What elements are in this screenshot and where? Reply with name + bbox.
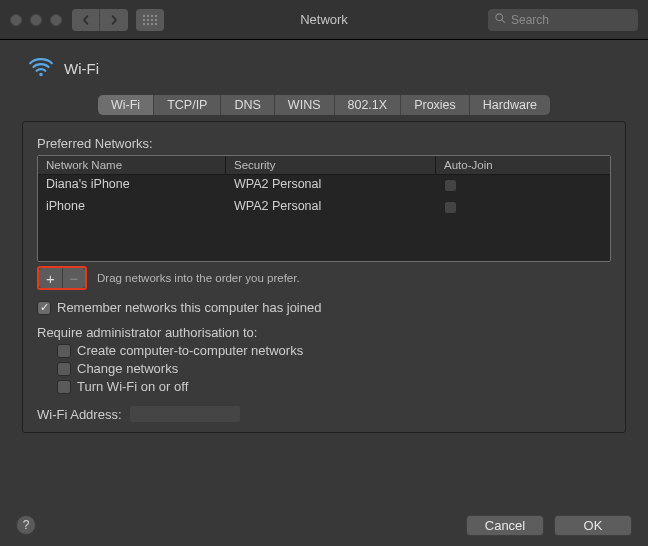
auto-join-checkbox[interactable] [444,179,457,192]
table-row[interactable]: Diana's iPhoneWPA2 Personal [38,175,610,197]
tab-dns[interactable]: DNS [221,95,274,115]
page-header: Wi-Fi [28,54,630,83]
maximize-window-button[interactable] [50,14,62,26]
remember-networks-label: Remember networks this computer has join… [57,300,321,315]
settings-panel: Preferred Networks: Network Name Securit… [22,121,626,433]
auth-option-label: Create computer-to-computer networks [77,343,303,358]
auth-option-row[interactable]: Turn Wi-Fi on or off [57,379,611,394]
cell-auto-join [436,175,610,197]
auth-option-checkbox[interactable] [57,380,71,394]
remember-networks-checkbox[interactable] [37,301,51,315]
svg-point-2 [39,73,42,76]
tab-802-1x[interactable]: 802.1X [335,95,402,115]
search-icon [494,12,506,27]
ok-button[interactable]: OK [554,515,632,536]
help-button[interactable]: ? [16,515,36,535]
action-buttons: Cancel OK [466,515,632,536]
tab-wins[interactable]: WINS [275,95,335,115]
drag-hint: Drag networks into the order you prefer. [97,272,300,284]
auto-join-checkbox[interactable] [444,201,457,214]
cell-network-name: Diana's iPhone [38,175,226,197]
tab-tcp-ip[interactable]: TCP/IP [154,95,221,115]
window-controls [10,14,62,26]
tab-hardware[interactable]: Hardware [470,95,550,115]
bottom-bar: ? Cancel OK [0,504,648,546]
cancel-button[interactable]: Cancel [466,515,544,536]
add-remove-highlight: + − [37,266,87,290]
grid-icon [143,15,157,25]
cell-auto-join [436,197,610,219]
table-body: Diana's iPhoneWPA2 PersonaliPhoneWPA2 Pe… [38,175,610,261]
back-button[interactable] [72,9,100,31]
cell-security: WPA2 Personal [226,175,436,197]
window-title: Network [300,12,348,27]
auth-option-checkbox[interactable] [57,362,71,376]
auth-option-label: Change networks [77,361,178,376]
column-auto-join[interactable]: Auto-Join [436,156,610,174]
page-title: Wi-Fi [64,60,99,77]
auth-options: Create computer-to-computer networksChan… [57,343,611,394]
wifi-address-row: Wi-Fi Address: [37,406,611,422]
auth-option-row[interactable]: Create computer-to-computer networks [57,343,611,358]
show-all-button[interactable] [136,9,164,31]
cell-security: WPA2 Personal [226,197,436,219]
search-input[interactable]: Search [488,9,638,31]
wifi-icon [28,54,54,83]
remember-networks-row[interactable]: Remember networks this computer has join… [37,300,611,315]
tab-bar: Wi-FiTCP/IPDNSWINS802.1XProxiesHardware [18,95,630,115]
cell-network-name: iPhone [38,197,226,219]
search-placeholder: Search [511,13,549,27]
titlebar: Network Search [0,0,648,40]
column-security[interactable]: Security [226,156,436,174]
preferred-networks-label: Preferred Networks: [37,136,611,151]
nav-group [72,9,128,31]
close-window-button[interactable] [10,14,22,26]
content: Wi-Fi Wi-FiTCP/IPDNSWINS802.1XProxiesHar… [0,40,648,433]
tab-wi-fi[interactable]: Wi-Fi [98,95,154,115]
minimize-window-button[interactable] [30,14,42,26]
wifi-address-value [130,406,240,422]
auth-label: Require administrator authorisation to: [37,325,611,340]
table-header: Network Name Security Auto-Join [38,156,610,175]
auth-option-checkbox[interactable] [57,344,71,358]
tab-proxies[interactable]: Proxies [401,95,470,115]
preferred-networks-table: Network Name Security Auto-Join Diana's … [37,155,611,262]
svg-line-1 [502,20,505,23]
wifi-address-label: Wi-Fi Address: [37,407,122,422]
auth-option-row[interactable]: Change networks [57,361,611,376]
remove-network-button[interactable]: − [62,268,85,288]
forward-button[interactable] [100,9,128,31]
column-network-name[interactable]: Network Name [38,156,226,174]
auth-option-label: Turn Wi-Fi on or off [77,379,188,394]
add-remove-row: + − Drag networks into the order you pre… [37,266,611,290]
add-network-button[interactable]: + [39,268,62,288]
table-row[interactable]: iPhoneWPA2 Personal [38,197,610,219]
